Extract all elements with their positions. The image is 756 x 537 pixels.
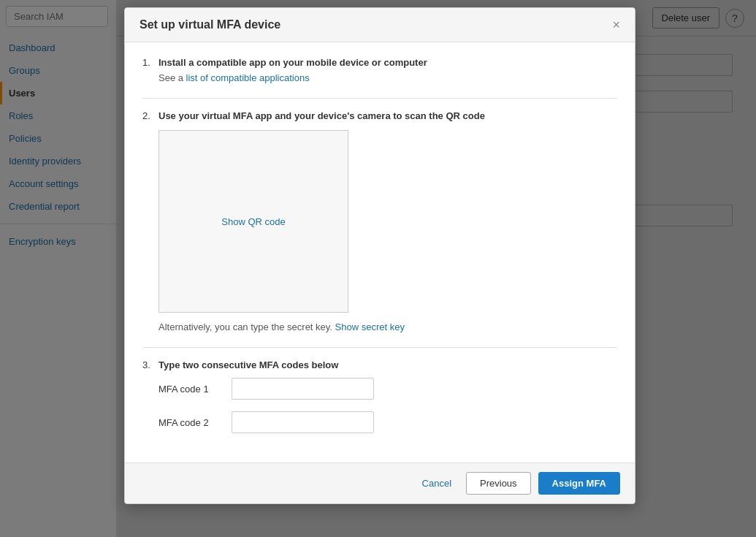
step-2: 2. Use your virtual MFA app and your dev… <box>142 110 617 332</box>
modal-body: 1. Install a compatible app on your mobi… <box>125 42 635 462</box>
show-secret-key-link[interactable]: Show secret key <box>335 321 405 332</box>
step-2-header: 2. Use your virtual MFA app and your dev… <box>142 110 617 121</box>
previous-button[interactable]: Previous <box>466 472 531 495</box>
step-1-header: 1. Install a compatible app on your mobi… <box>142 57 617 68</box>
compatible-apps-link[interactable]: list of compatible applications <box>186 72 310 83</box>
mfa-setup-modal: Set up virtual MFA device × 1. Install a… <box>124 7 635 504</box>
show-qr-link[interactable]: Show QR code <box>221 216 285 227</box>
cancel-button[interactable]: Cancel <box>415 473 459 493</box>
secret-key-text: Alternatively, you can type the secret k… <box>159 321 617 332</box>
mfa-code2-label: MFA code 2 <box>159 417 232 428</box>
qr-code-area: Show QR code <box>159 130 348 313</box>
mfa-code2-row: MFA code 2 <box>159 411 617 433</box>
step-1: 1. Install a compatible app on your mobi… <box>142 57 617 83</box>
modal-title: Set up virtual MFA device <box>140 18 280 31</box>
step-2-number: 2. <box>142 110 154 121</box>
step-3-header: 3. Type two consecutive MFA codes below <box>142 359 617 370</box>
step-1-title: Install a compatible app on your mobile … <box>159 57 427 68</box>
step-1-sub: See a list of compatible applications <box>159 72 617 83</box>
step-divider-2 <box>142 347 617 348</box>
step-2-title: Use your virtual MFA app and your device… <box>159 110 485 121</box>
step-divider-1 <box>142 98 617 99</box>
step-3: 3. Type two consecutive MFA codes below … <box>142 359 617 433</box>
step-1-number: 1. <box>142 57 154 68</box>
mfa-code1-input[interactable] <box>232 378 374 400</box>
mfa-code2-input[interactable] <box>232 411 374 433</box>
modal-header: Set up virtual MFA device × <box>125 8 635 42</box>
step-3-title: Type two consecutive MFA codes below <box>159 359 338 370</box>
step-3-number: 3. <box>142 359 154 370</box>
modal-footer: Cancel Previous Assign MFA <box>125 462 635 503</box>
modal-close-button[interactable]: × <box>612 18 620 31</box>
mfa-code1-row: MFA code 1 <box>159 378 617 400</box>
mfa-form: MFA code 1 MFA code 2 <box>159 378 617 433</box>
assign-mfa-button[interactable]: Assign MFA <box>538 472 620 495</box>
mfa-code1-label: MFA code 1 <box>159 384 232 395</box>
